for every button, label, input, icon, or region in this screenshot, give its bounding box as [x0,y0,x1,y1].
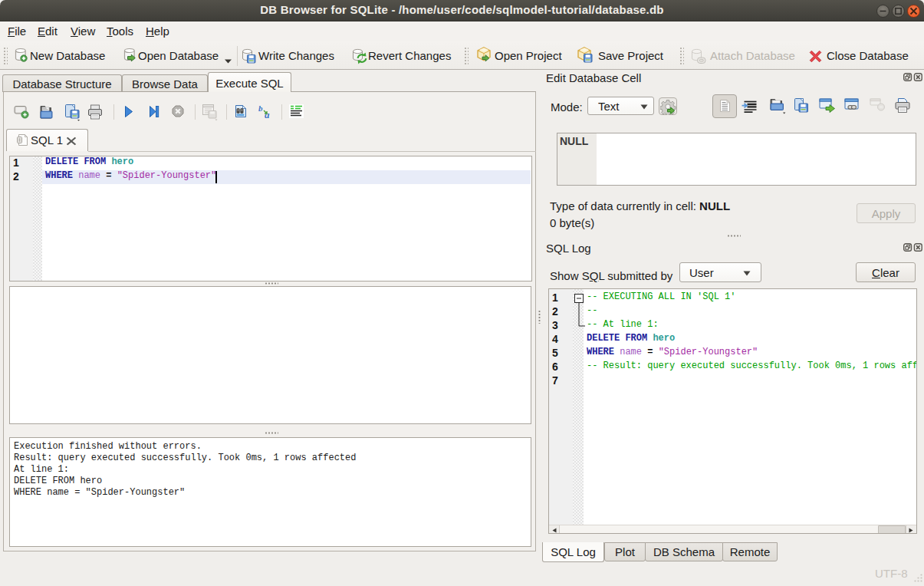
svg-text:b: b [258,104,263,113]
svg-text:a: a [265,109,270,120]
